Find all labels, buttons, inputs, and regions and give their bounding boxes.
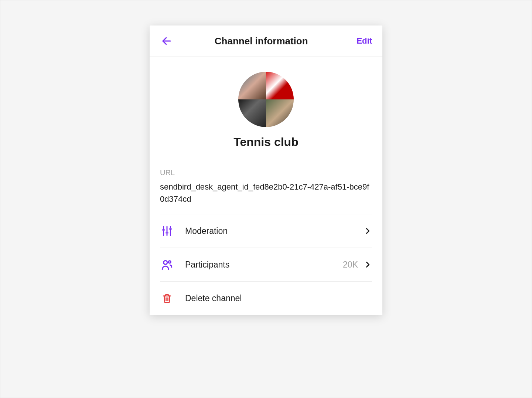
participants-count: 20K [343, 260, 358, 270]
url-label: URL [160, 169, 372, 177]
avatar-quadrant [266, 72, 294, 99]
url-value: sendbird_desk_agent_id_fed8e2b0-21c7-427… [160, 181, 372, 205]
avatar-quadrant [266, 99, 294, 127]
participants-item[interactable]: Participants 20K [160, 248, 372, 281]
delete-channel-item[interactable]: Delete channel [160, 282, 372, 315]
moderation-item[interactable]: Moderation [160, 214, 372, 248]
moderation-label: Moderation [185, 226, 363, 236]
sliders-icon [160, 224, 174, 238]
edit-button[interactable]: Edit [357, 36, 372, 46]
divider [160, 315, 372, 315]
avatar-quadrant [238, 72, 266, 99]
delete-channel-label: Delete channel [185, 293, 372, 303]
channel-hero: Tennis club [150, 57, 382, 161]
chevron-right-icon [363, 260, 372, 269]
page-title: Channel information [166, 35, 357, 47]
avatar-quadrant [238, 99, 266, 127]
channel-info-panel: Channel information Edit Tennis club URL… [150, 25, 382, 315]
participants-label: Participants [185, 260, 343, 270]
svg-point-10 [164, 261, 167, 264]
channel-avatar [238, 72, 294, 127]
svg-point-11 [168, 261, 171, 263]
trash-icon [160, 291, 174, 305]
channel-name: Tennis club [160, 135, 372, 149]
people-icon [160, 258, 174, 272]
url-section: URL sendbird_desk_agent_id_fed8e2b0-21c7… [150, 161, 382, 214]
chevron-right-icon [363, 227, 372, 235]
header: Channel information Edit [150, 25, 382, 57]
